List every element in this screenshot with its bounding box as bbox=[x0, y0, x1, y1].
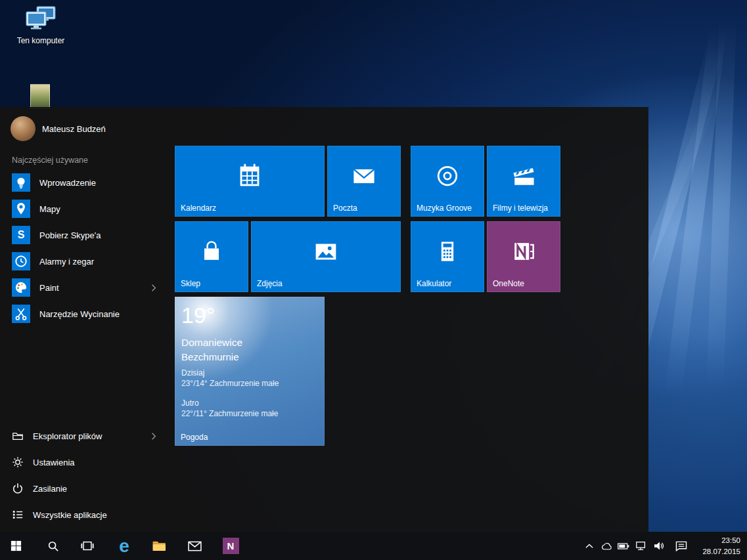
menu-item-ustawienia[interactable]: Ustawienia bbox=[0, 449, 166, 475]
search-button[interactable] bbox=[39, 532, 68, 560]
menu-item-wprowadzenie[interactable]: Wprowadzenie bbox=[0, 169, 166, 196]
battery-icon bbox=[618, 543, 629, 549]
weather-location: Domaniewice bbox=[181, 337, 318, 349]
desktop-icon-this-pc[interactable]: Ten komputer bbox=[16, 5, 66, 45]
user-profile[interactable]: Mateusz Budzeń bbox=[11, 116, 106, 141]
weather-tomorrow-label: Jutro bbox=[181, 398, 318, 408]
menu-item-narzedzie-wycinanie[interactable]: Narzędzie Wycinanie bbox=[0, 301, 166, 327]
windows-logo-icon bbox=[11, 540, 22, 551]
groove-music-icon bbox=[433, 162, 462, 193]
tile-poczta[interactable]: Poczta bbox=[327, 146, 401, 217]
tile-label: Zdjęcia bbox=[257, 279, 283, 288]
menu-item-label: Wszystkie aplikacje bbox=[33, 510, 107, 520]
calculator-icon bbox=[433, 237, 462, 269]
menu-item-wszystkie-aplikacje[interactable]: Wszystkie aplikacje bbox=[0, 502, 166, 528]
tray-onedrive[interactable] bbox=[598, 532, 615, 560]
menu-item-label: Zasilanie bbox=[33, 484, 67, 494]
tile-label: Kalendarz bbox=[181, 204, 216, 213]
speaker-icon bbox=[654, 541, 665, 551]
clock-date: 28.07.2015 bbox=[702, 546, 740, 557]
power-icon bbox=[12, 483, 24, 494]
weather-temp: 19° bbox=[181, 302, 318, 329]
task-view-button[interactable] bbox=[73, 532, 102, 560]
edge-icon: e bbox=[119, 537, 129, 555]
tile-label: Sklep bbox=[181, 279, 200, 288]
menu-item-label: Mapy bbox=[39, 204, 60, 214]
search-icon bbox=[47, 540, 59, 552]
edge-button[interactable]: e bbox=[110, 532, 139, 560]
folder-icon bbox=[152, 540, 167, 552]
tile-label: OneNote bbox=[493, 279, 524, 288]
tile-filmy-i-telewizja[interactable]: Filmy i telewizja bbox=[487, 146, 560, 217]
this-pc-icon bbox=[24, 5, 58, 34]
tray-network[interactable] bbox=[633, 532, 650, 560]
weather-today-label: Dzisiaj bbox=[181, 368, 318, 377]
weather-today-forecast: 23°/14° Zachmurzenie małe bbox=[181, 379, 318, 388]
menu-item-eksplorator[interactable]: Eksplorator plików bbox=[0, 423, 166, 449]
store-icon bbox=[197, 237, 226, 269]
menu-item-label: Eksplorator plików bbox=[33, 431, 102, 441]
onenote-icon bbox=[509, 237, 538, 269]
taskbar-clock[interactable]: 23:50 28.07.2015 bbox=[690, 532, 744, 560]
desktop-icon-photo-file[interactable] bbox=[30, 84, 50, 109]
network-icon bbox=[635, 541, 647, 551]
start-menu: Mateusz Budzeń Najczęściej używane Wprow… bbox=[0, 107, 648, 532]
skype-icon: S bbox=[12, 226, 30, 244]
chevron-up-icon bbox=[585, 544, 593, 549]
chevron-right-icon[interactable] bbox=[151, 284, 156, 292]
start-button[interactable] bbox=[0, 532, 32, 560]
tile-label: Poczta bbox=[333, 204, 357, 213]
most-used-header: Najczęściej używane bbox=[12, 156, 88, 165]
chevron-right-icon[interactable] bbox=[151, 432, 156, 441]
taskbar: e N bbox=[0, 532, 747, 560]
user-avatar bbox=[11, 116, 35, 141]
desktop-icon-label: Ten komputer bbox=[17, 36, 65, 45]
menu-item-zasilanie[interactable]: Zasilanie bbox=[0, 475, 166, 502]
tray-volume[interactable] bbox=[650, 532, 668, 560]
tile-kalendarz[interactable]: Kalendarz bbox=[175, 146, 325, 217]
action-center-icon bbox=[675, 541, 687, 551]
screen: Ten komputer Mateusz Budzeń Najczęściej … bbox=[0, 0, 747, 560]
photos-icon bbox=[311, 236, 341, 269]
tile-muzyka-groove[interactable]: Muzyka Groove bbox=[411, 146, 484, 217]
settings-gear-icon bbox=[12, 456, 24, 468]
tray-battery[interactable] bbox=[615, 532, 632, 560]
movies-tv-icon bbox=[509, 162, 538, 193]
menu-item-label: Pobierz Skype'a bbox=[39, 230, 101, 240]
tray-chevron-up[interactable] bbox=[581, 532, 598, 560]
file-explorer-button[interactable] bbox=[145, 532, 173, 560]
action-center-button[interactable] bbox=[671, 532, 691, 560]
clock-time: 23:50 bbox=[721, 535, 740, 546]
tile-sklep[interactable]: Sklep bbox=[175, 221, 248, 292]
maps-icon bbox=[12, 200, 30, 218]
system-links-list: Eksplorator plików bbox=[0, 423, 166, 528]
tile-pogoda[interactable]: 19° Domaniewice Bezchmurnie Dzisiaj 23°/… bbox=[175, 297, 325, 446]
mail-button[interactable] bbox=[180, 532, 209, 560]
tile-label: Kalkulator bbox=[417, 279, 451, 288]
task-view-icon bbox=[81, 540, 94, 551]
menu-item-paint[interactable]: Paint bbox=[0, 274, 166, 301]
tile-onenote[interactable]: OneNote bbox=[487, 221, 560, 292]
mail-icon bbox=[188, 541, 202, 551]
weather-tomorrow-forecast: 22°/11° Zachmurzenie małe bbox=[181, 409, 318, 418]
alarms-icon bbox=[12, 252, 30, 270]
menu-item-alarmy[interactable]: Alarmy i zegar bbox=[0, 248, 166, 274]
skype-glyph: S bbox=[18, 229, 25, 241]
menu-item-mapy[interactable]: Mapy bbox=[0, 196, 166, 222]
tile-kalkulator[interactable]: Kalkulator bbox=[411, 221, 484, 292]
menu-item-label: Ustawienia bbox=[33, 458, 75, 467]
onenote-icon: N bbox=[223, 538, 239, 554]
tile-zdjecia[interactable]: Zdjęcia bbox=[251, 221, 401, 292]
mail-icon bbox=[350, 162, 378, 193]
menu-item-skype[interactable]: S Pobierz Skype'a bbox=[0, 222, 166, 248]
onenote-button[interactable]: N bbox=[216, 532, 245, 560]
onenote-glyph: N bbox=[227, 540, 235, 551]
snipping-tool-icon bbox=[12, 305, 30, 323]
menu-item-label: Paint bbox=[39, 283, 59, 293]
calendar-icon bbox=[235, 161, 265, 194]
menu-item-label: Alarmy i zegar bbox=[39, 257, 94, 267]
weather-condition: Bezchmurnie bbox=[181, 351, 318, 362]
tile-label: Pogoda bbox=[181, 433, 208, 442]
get-started-icon bbox=[12, 173, 30, 192]
tile-label: Filmy i telewizja bbox=[493, 204, 548, 213]
